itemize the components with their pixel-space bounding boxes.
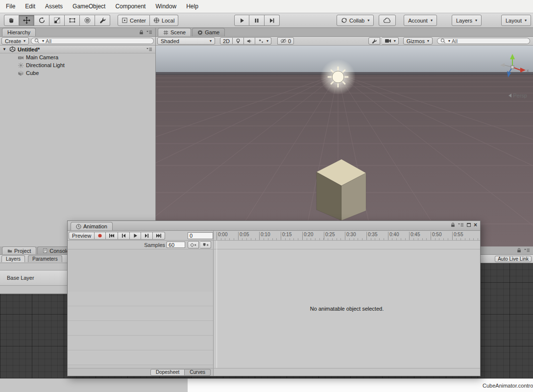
hierarchy-item-directional-light[interactable]: Directional Light [0, 61, 155, 69]
menu-edit[interactable]: Edit [20, 0, 40, 13]
current-frame-input[interactable]: 0 [188, 232, 213, 239]
menu-window[interactable]: Window [150, 0, 181, 13]
bottom-tabbar-icons [514, 246, 533, 254]
preview-toggle-button[interactable]: Preview [69, 232, 95, 240]
2d-toggle[interactable]: 2D [220, 37, 233, 45]
pane-menu-icon[interactable] [146, 48, 152, 51]
draw-mode-dropdown[interactable]: Shaded ▾ [157, 37, 215, 45]
step-button[interactable] [265, 15, 280, 26]
pivot-toggle-button[interactable]: Center [118, 15, 150, 26]
auto-live-link-button[interactable]: Auto Live Link [495, 256, 532, 262]
ruler-label: 0:30 [345, 232, 356, 240]
hierarchy-item-main-camera[interactable]: Main Camera [0, 53, 155, 61]
next-frame-button[interactable] [141, 232, 153, 240]
animation-window[interactable]: Animation × Preview [67, 220, 481, 376]
scene-search-input[interactable]: ▾ All [437, 38, 530, 44]
animation-timeline-ruler[interactable]: 0:00 0:05 0:10 0:15 0:20 0:25 0:30 0:35 … [214, 231, 480, 240]
collab-button[interactable]: Collab ▾ [337, 15, 374, 26]
pivot-icon [121, 17, 128, 24]
rect-tool-button[interactable] [65, 15, 80, 26]
gizmos-dropdown[interactable]: Gizmos ▾ [403, 37, 433, 45]
timeline-playhead[interactable] [217, 241, 217, 368]
cloud-button[interactable] [379, 15, 396, 26]
menu-component[interactable]: Component [110, 0, 150, 13]
scene-viewport-canvas[interactable] [156, 46, 533, 246]
y-axis-cone[interactable] [510, 54, 515, 59]
x-axis-cone[interactable] [520, 68, 526, 73]
lock-icon[interactable] [451, 222, 455, 227]
goto-first-frame-button[interactable] [106, 232, 118, 240]
play-button[interactable] [234, 15, 249, 26]
scene-lighting-toggle[interactable] [233, 37, 244, 45]
menu-gameobject[interactable]: GameObject [68, 0, 110, 13]
account-dropdown[interactable]: Account ▾ [404, 15, 437, 26]
dopesheet-tab-button[interactable]: Dopesheet [150, 369, 185, 376]
chevron-down-icon: ▾ [24, 39, 25, 43]
ruler-label: 0:35 [366, 232, 377, 240]
tab-game[interactable]: Game [192, 28, 225, 36]
scene-orientation-gizmo[interactable]: x [496, 50, 530, 85]
lock-icon[interactable] [517, 248, 521, 253]
animation-controls: Preview [68, 231, 214, 240]
scene-effects-dropdown[interactable]: ▾ [255, 37, 271, 45]
previous-frame-button[interactable] [118, 232, 130, 240]
menu-help[interactable]: Help [181, 0, 203, 13]
transform-tool-button[interactable] [80, 15, 95, 26]
samples-value: 60 [169, 242, 174, 248]
add-event-button[interactable] [200, 241, 211, 248]
empty-row [68, 321, 213, 336]
hierarchy-tab-label: Hierarchy [7, 29, 30, 35]
lock-icon[interactable] [139, 30, 144, 35]
scene-audio-toggle[interactable] [244, 37, 255, 45]
scene-camera-settings-dropdown[interactable]: ▾ [382, 37, 399, 45]
foldout-arrow-icon[interactable]: ▼ [2, 47, 7, 51]
create-button[interactable]: Create ▾ [1, 37, 29, 45]
dopesheet-area[interactable]: No animatable object selected. [214, 249, 480, 368]
search-icon [440, 38, 446, 44]
close-icon[interactable]: × [474, 222, 477, 228]
pane-menu-icon[interactable] [458, 223, 464, 227]
scene-viewport[interactable]: x Persp [156, 46, 533, 246]
gizmo-center-cube[interactable] [511, 66, 514, 69]
animator-tab-parameters[interactable]: Parameters [28, 255, 62, 262]
menu-assets[interactable]: Assets [40, 0, 68, 13]
goto-last-frame-button[interactable] [153, 232, 165, 240]
layout-dropdown[interactable]: Layout ▾ [501, 15, 531, 26]
animation-titlebar-icons: × [448, 221, 480, 230]
record-button[interactable] [95, 232, 106, 240]
tab-project[interactable]: Project [2, 246, 36, 254]
tab-scene[interactable]: Scene [158, 28, 191, 36]
samples-input[interactable]: 60 [167, 242, 185, 248]
negative-axis-cone[interactable] [500, 63, 505, 67]
hierarchy-item-cube[interactable]: Cube [0, 69, 155, 77]
animator-tab-layers[interactable]: Layers [1, 255, 25, 262]
animation-property-list[interactable] [68, 249, 214, 368]
animation-transport-row: Preview [68, 231, 480, 241]
pane-menu-icon[interactable] [146, 30, 152, 34]
add-keyframe-button[interactable] [188, 241, 199, 248]
maximize-icon[interactable] [467, 223, 471, 227]
hand-icon [8, 17, 15, 24]
layers-dropdown[interactable]: Layers ▾ [452, 15, 482, 26]
pause-button[interactable] [249, 15, 265, 26]
scene-visibility-toggle[interactable]: 0 [277, 37, 294, 45]
directional-light-gizmo[interactable] [320, 59, 356, 95]
animation-play-button[interactable] [130, 232, 141, 240]
move-tool-button[interactable] [19, 15, 34, 26]
rotate-tool-button[interactable] [34, 15, 49, 26]
custom-tool-button[interactable] [95, 15, 110, 26]
hierarchy-search-input[interactable]: ▾ All [31, 38, 154, 44]
space-toggle-button[interactable]: Local [150, 15, 178, 26]
projection-label[interactable]: Persp [509, 93, 527, 98]
scale-tool-button[interactable] [49, 15, 65, 26]
pane-menu-icon[interactable] [524, 248, 530, 252]
curves-tab-button[interactable]: Curves [185, 369, 211, 376]
hand-tool-button[interactable] [4, 15, 19, 26]
scene-tools-button[interactable] [368, 37, 380, 45]
scene-header-row[interactable]: ▼ Untitled* [0, 46, 155, 53]
tab-animation[interactable]: Animation [71, 222, 113, 230]
tab-hierarchy[interactable]: Hierarchy [2, 28, 36, 36]
animation-titlebar[interactable]: Animation × [68, 221, 480, 231]
hierarchy-search-placeholder: All [46, 38, 51, 44]
menu-file[interactable]: File [1, 0, 20, 13]
